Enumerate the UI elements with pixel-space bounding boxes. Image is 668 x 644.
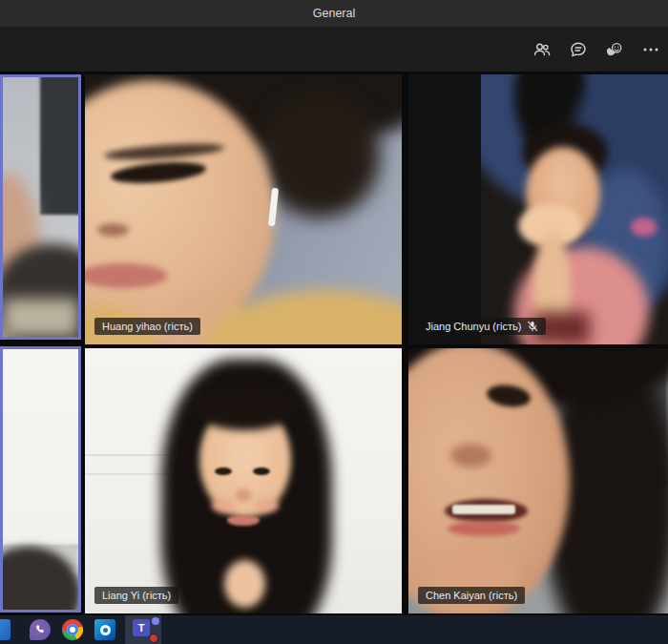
video-grid: Huang yihao (гість) Jiang Chunyu (гість) xyxy=(0,72,668,615)
mic-muted-icon xyxy=(527,321,538,332)
participant-name: Jiang Chunyu (гість) xyxy=(426,321,521,332)
teams-person-dot xyxy=(152,617,159,625)
taskbar-window-partial-icon[interactable] xyxy=(0,619,10,640)
wall-object xyxy=(40,74,81,215)
video-tile-liang-yi[interactable]: Liang Yi (гість) xyxy=(85,348,402,613)
chrome-icon[interactable] xyxy=(62,619,83,640)
video-tile-huang-yihao[interactable]: Huang yihao (гість) xyxy=(85,74,402,344)
portrait-video-area xyxy=(481,74,668,344)
windows-taskbar: T 7°C S xyxy=(0,615,668,644)
video-tile-partial-bottom[interactable] xyxy=(0,346,81,613)
chat-icon[interactable] xyxy=(568,39,589,60)
teams-icon: T xyxy=(133,619,150,636)
participant-name-label: Chen Kaiyan (гість) xyxy=(418,587,525,604)
participants-icon[interactable] xyxy=(532,39,553,60)
participant-name: Huang yihao (гість) xyxy=(102,321,193,332)
participant-name: Chen Kaiyan (гість) xyxy=(426,590,517,601)
participant-name-label: Liang Yi (гість) xyxy=(94,587,178,604)
video-tile-jiang-chunyu[interactable]: Jiang Chunyu (гість) xyxy=(408,74,668,344)
meeting-toolbar xyxy=(0,27,668,72)
video-tile-chen-kaiyan[interactable]: Chen Kaiyan (гість) xyxy=(408,348,668,613)
window-titlebar: General xyxy=(0,0,668,27)
more-options-icon[interactable] xyxy=(640,39,661,60)
video-tile-partial-top[interactable] xyxy=(0,74,81,340)
viber-icon[interactable] xyxy=(30,619,51,640)
teams-taskbar-active-cell[interactable]: T xyxy=(125,615,161,644)
teams-notification-badge xyxy=(149,634,158,643)
participant-name: Liang Yi (гість) xyxy=(102,590,171,601)
outlook-icon[interactable] xyxy=(94,619,115,640)
participant-name-label: Huang yihao (гість) xyxy=(94,318,200,335)
channel-title: General xyxy=(313,7,355,20)
reactions-icon[interactable] xyxy=(604,39,625,60)
participant-name-label: Jiang Chunyu (гість) xyxy=(418,318,546,335)
